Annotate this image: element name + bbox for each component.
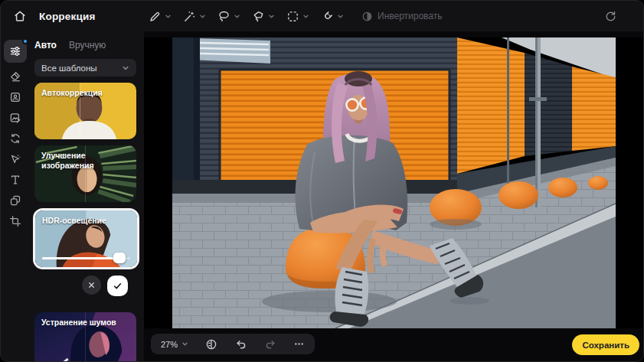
template-confirm-row [34, 276, 128, 296]
undo-button[interactable] [235, 338, 247, 351]
polygon-lasso-tool[interactable] [250, 8, 276, 25]
crop-icon [9, 215, 21, 227]
zoom-level-dropdown[interactable]: 27% [161, 340, 188, 349]
rail-item-portrait[interactable] [5, 87, 25, 106]
eraser-icon [9, 70, 21, 83]
pen-icon [149, 10, 162, 23]
template-list: Автокоррекция Ул [30, 83, 144, 362]
home-button[interactable] [11, 7, 29, 25]
rail-item-regenerate[interactable] [5, 129, 25, 148]
selection-toolbar: Инвертировать [147, 1, 443, 31]
photo-letterbox [144, 38, 643, 328]
tab-manual[interactable]: Вручную [69, 40, 106, 51]
tool-rail [1, 31, 30, 361]
magic-wand-icon [183, 10, 196, 23]
magnet-lasso-icon [321, 10, 334, 23]
template-card-enhance[interactable]: Улучшение изображения [34, 145, 136, 202]
chevron-down-icon [234, 13, 240, 20]
tab-auto[interactable]: Авто [34, 40, 57, 51]
chevron-down-icon [199, 13, 206, 20]
magic-cursor-icon [9, 153, 21, 165]
template-label: Улучшение изображения [41, 151, 130, 170]
template-card-denoise[interactable]: Устранение шумов [34, 312, 136, 362]
adjustments-sliders-icon [9, 45, 21, 57]
home-icon [13, 9, 27, 23]
chevron-down-icon [337, 13, 344, 20]
overlay-squares-icon [9, 194, 21, 207]
chevron-down-icon [268, 13, 275, 20]
cancel-template-button[interactable] [82, 276, 101, 295]
mode-tabs: Авто Вручную [30, 31, 144, 51]
rail-item-image-edit[interactable] [5, 108, 25, 127]
template-card-hdr-selected[interactable]: HDR-освещение [33, 208, 139, 269]
portrait-frame-icon [9, 91, 21, 103]
template-label: Автокоррекция [41, 88, 130, 98]
reset-history-button[interactable] [602, 8, 619, 24]
chevron-down-icon [181, 341, 188, 347]
save-button-label: Сохранить [582, 341, 629, 350]
template-label: HDR-освещение [42, 216, 131, 226]
more-icon [293, 338, 305, 350]
template-card-autocorrect[interactable]: Автокоррекция [34, 83, 136, 139]
chevron-down-icon [165, 13, 172, 20]
rail-item-overlay[interactable] [5, 191, 25, 210]
regenerate-icon [9, 132, 21, 145]
marquee-icon [286, 10, 299, 23]
chevron-down-icon [302, 13, 309, 20]
close-icon [87, 281, 96, 289]
zoom-level-value: 27% [161, 340, 178, 349]
image-edit-icon [9, 112, 21, 124]
photo-editor-app: Коррекция [0, 0, 644, 362]
save-button[interactable]: Сохранить [572, 334, 639, 355]
magnet-lasso-tool[interactable] [319, 8, 345, 25]
more-options-button[interactable] [293, 338, 305, 350]
rect-select-tool[interactable] [285, 8, 311, 25]
compare-before-after-button[interactable] [205, 338, 217, 351]
top-bar: Коррекция [1, 1, 643, 31]
rail-item-adjustments[interactable] [4, 40, 27, 63]
hdr-slider-thumb[interactable] [113, 253, 126, 263]
polygon-lasso-icon [252, 10, 265, 23]
chevron-down-icon [122, 64, 129, 72]
undo-icon [235, 338, 247, 351]
quick-select-tool[interactable] [181, 8, 208, 25]
edited-photo[interactable] [172, 38, 616, 328]
template-label: Устранение шумов [41, 318, 130, 328]
redo-button[interactable] [264, 338, 276, 351]
draw-selection-tool[interactable] [147, 8, 173, 25]
viewer-bar: 27% [151, 334, 315, 354]
templates-filter-value: Все шаблоны [41, 64, 97, 73]
rail-item-text[interactable] [5, 170, 25, 189]
invert-icon [361, 11, 373, 22]
rail-item-eraser[interactable] [5, 67, 25, 86]
rail-item-magic-select[interactable] [5, 149, 25, 168]
reset-history-icon [604, 10, 617, 23]
hdr-intensity-slider[interactable] [42, 253, 130, 263]
redo-icon [264, 338, 276, 351]
invert-label: Инвертировать [378, 11, 443, 21]
notification-badge [22, 38, 28, 44]
lasso-icon [217, 10, 230, 23]
editor-canvas[interactable]: 27% [144, 31, 643, 361]
page-title: Коррекция [39, 11, 96, 22]
apply-template-button[interactable] [107, 276, 128, 296]
check-icon [113, 281, 123, 291]
invert-selection-button[interactable]: Инвертировать [361, 11, 443, 22]
rail-item-crop[interactable] [5, 211, 25, 230]
templates-filter-dropdown[interactable]: Все шаблоны [34, 59, 136, 77]
compare-icon [205, 338, 217, 351]
hdr-slider-fill [42, 257, 119, 259]
lasso-tool[interactable] [216, 8, 242, 25]
templates-panel: Авто Вручную Все шаблоны [30, 31, 144, 361]
text-icon [9, 174, 21, 186]
